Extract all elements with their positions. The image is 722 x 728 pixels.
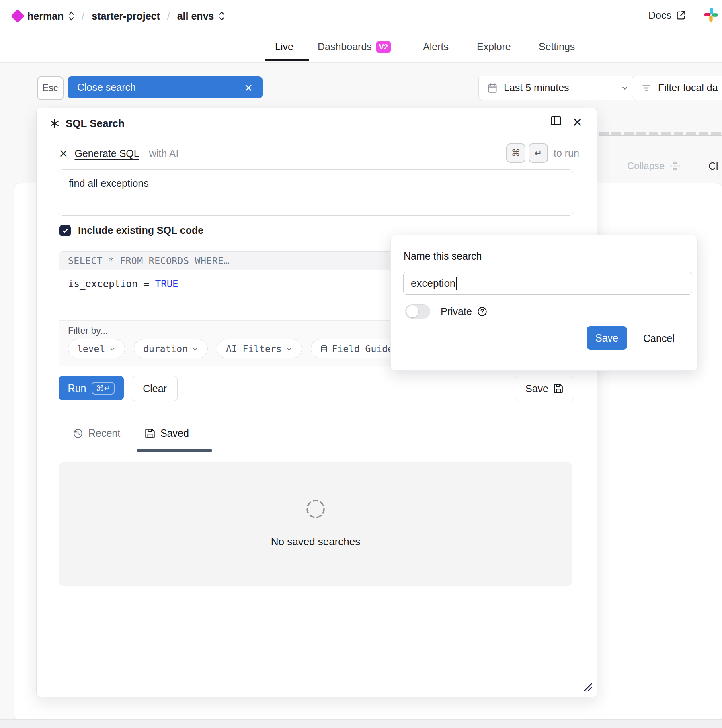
enter-keycap: ↵ — [529, 143, 548, 163]
close-icon[interactable]: × — [244, 82, 253, 93]
chevron-down-icon — [621, 84, 629, 92]
esc-keycap: Esc — [37, 76, 64, 100]
search-name-value: exception — [411, 277, 455, 290]
chip-label: duration — [143, 344, 188, 354]
sql-select-clause: SELECT * FROM RECORDS WHERE… — [68, 256, 230, 266]
filter-by-label: Filter by... — [68, 325, 108, 336]
external-link-icon — [675, 10, 687, 21]
active-tab-underline — [265, 59, 309, 61]
time-range-label: Last 5 minutes — [504, 82, 569, 94]
panel-header-divider — [37, 133, 597, 133]
tab-label: Live — [275, 41, 293, 53]
collapse-label: Collapse — [627, 160, 665, 172]
filter-local-button[interactable]: Filter local da — [632, 76, 722, 100]
close-search-button[interactable]: Close search × — [68, 76, 263, 98]
tab-settings[interactable]: Settings — [539, 41, 575, 53]
clipped-right-label[interactable]: Cl — [708, 160, 718, 172]
filter-chip-field-guide[interactable]: Field Guide — [311, 339, 402, 358]
breadcrumb-env[interactable]: all envs — [177, 10, 214, 22]
calendar-icon — [487, 82, 498, 94]
tabs-bottom-border — [49, 452, 584, 452]
docs-label: Docs — [648, 10, 671, 21]
tab-live[interactable]: Live — [275, 41, 293, 53]
page-root: Collapse Cl herman / starter-project / a… — [0, 0, 722, 728]
panel-title: SQL Search — [66, 117, 125, 130]
modal-save-button[interactable]: Save — [587, 326, 627, 350]
dismiss-ai-icon[interactable]: × — [59, 148, 68, 159]
tab-label: Dashboards — [318, 41, 372, 53]
breadcrumb-separator: / — [79, 10, 87, 22]
tab-alerts[interactable]: Alerts — [423, 41, 449, 53]
panel-close-icon[interactable]: × — [572, 115, 583, 128]
run-button[interactable]: Run ⌘↵ — [59, 376, 124, 400]
org-selector-icon[interactable] — [68, 10, 74, 22]
breadcrumb-org[interactable]: herman — [27, 10, 64, 22]
filter-local-label: Filter local da — [658, 82, 718, 94]
ai-prompt-value: find all exceptions — [69, 178, 149, 189]
layout-divider — [599, 121, 599, 185]
collapse-control[interactable]: Collapse — [627, 159, 681, 173]
side-panel-toggle-icon[interactable] — [550, 114, 562, 129]
env-selector-icon[interactable] — [219, 10, 225, 22]
generate-sql-row: × Generate SQL with AI — [59, 145, 178, 162]
breadcrumb-project[interactable]: starter-project — [92, 10, 160, 22]
chip-label: AI Filters — [226, 344, 281, 354]
chip-label: level — [77, 344, 105, 354]
include-sql-checkbox[interactable] — [59, 225, 71, 236]
collapse-icon — [669, 160, 681, 172]
docs-link[interactable]: Docs — [648, 8, 687, 22]
modal-cancel-button[interactable]: Cancel — [643, 333, 675, 344]
include-sql-label: Include existing SQL code — [78, 225, 203, 236]
clear-button[interactable]: Clear — [132, 376, 178, 401]
save-floppy-icon — [144, 428, 156, 439]
breadcrumb: herman / starter-project / all envs — [13, 7, 225, 25]
resize-handle[interactable] — [581, 680, 593, 694]
save-floppy-icon — [553, 383, 564, 394]
filter-chip-ai-filters[interactable]: AI Filters — [217, 339, 302, 358]
search-name-input[interactable]: exception — [403, 272, 692, 295]
breadcrumb-separator: / — [165, 10, 172, 22]
sql-code-keyword: TRUE — [155, 278, 178, 290]
empty-state-text: No saved searches — [59, 536, 572, 548]
slack-icon[interactable] — [704, 7, 719, 24]
filter-chip-duration[interactable]: duration — [134, 339, 208, 358]
name-search-modal: Name this search exception Private Save … — [390, 235, 698, 371]
include-sql-row: Include existing SQL code — [59, 225, 203, 236]
save-search-button[interactable]: Save — [515, 376, 574, 401]
panel-title-row: SQL Search — [49, 115, 125, 132]
cmd-keycap: ⌘ — [506, 143, 525, 163]
chart-dashed-line — [599, 132, 722, 136]
modal-title: Name this search — [404, 250, 482, 262]
text-cursor — [456, 277, 457, 290]
help-icon[interactable] — [477, 306, 488, 317]
run-shortcut-hint: ⌘ ↵ to run — [506, 143, 579, 163]
ai-prompt-textarea[interactable]: find all exceptions — [59, 169, 573, 216]
save-label: Save — [525, 383, 548, 395]
tab-saved[interactable]: Saved — [144, 427, 189, 439]
chevron-down-icon — [286, 346, 293, 352]
sql-search-panel: SQL Search × × Generate SQL with AI ⌘ ↵ … — [36, 108, 597, 697]
toggle-knob — [406, 305, 418, 317]
v2-badge: V2 — [376, 41, 391, 53]
tab-label: Explore — [477, 41, 511, 53]
tab-dashboards[interactable]: Dashboards V2 — [318, 41, 391, 53]
filter-chip-level[interactable]: level — [68, 339, 125, 358]
time-range-dropdown[interactable]: Last 5 minutes — [478, 76, 637, 100]
tab-recent[interactable]: Recent — [72, 427, 120, 439]
private-row: Private — [405, 304, 488, 319]
brand-diamond-icon — [11, 9, 25, 23]
clear-label: Clear — [143, 383, 167, 395]
history-clock-icon — [72, 428, 84, 439]
database-icon — [320, 344, 328, 353]
run-shortcut-keycap: ⌘↵ — [92, 382, 115, 395]
close-search-label: Close search — [77, 82, 136, 93]
bottom-strip — [0, 719, 722, 728]
private-label: Private — [441, 306, 472, 317]
tab-explore[interactable]: Explore — [477, 41, 511, 53]
tab-label: Alerts — [423, 41, 449, 53]
to-run-label: to run — [554, 147, 579, 159]
tab-label: Settings — [539, 41, 575, 53]
generate-sql-link[interactable]: Generate SQL — [74, 148, 139, 160]
private-toggle[interactable] — [405, 304, 430, 319]
tab-label: Saved — [160, 427, 189, 439]
